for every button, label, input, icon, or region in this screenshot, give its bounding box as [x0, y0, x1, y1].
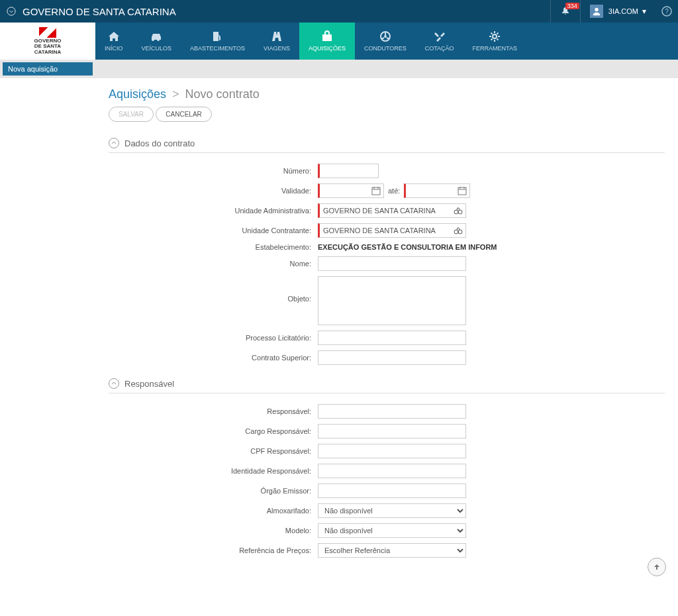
bag-icon [321, 30, 333, 42]
label-contrato-sup: Contrato Superior: [109, 354, 318, 362]
label-validade: Validade: [109, 187, 318, 195]
tab-aquisicoes[interactable]: AQUISIÇÕES [299, 23, 355, 60]
svg-point-0 [7, 7, 15, 15]
referencia-precos-select[interactable]: Escolher Referência [318, 543, 466, 558]
logo: GOVERNO DE SANTA CATARINA [0, 23, 95, 60]
main-nav: INÍCIO VEÍCULOS ABASTECIMENTOS VIAGENS A… [95, 23, 678, 60]
flag-icon [39, 27, 56, 38]
identidade-input[interactable] [318, 464, 466, 478]
binoculars-icon [454, 206, 463, 217]
label-processo-lic: Processo Licitatório: [109, 334, 318, 342]
scroll-top-button[interactable] [648, 558, 666, 576]
svg-rect-7 [372, 187, 380, 195]
label-nome: Nome: [109, 260, 318, 268]
section-dados-contrato[interactable]: Dados do contrato [109, 134, 665, 153]
breadcrumb-current: Novo contrato [185, 87, 260, 101]
label-responsavel: Responsável: [109, 407, 318, 415]
label-orgao: Órgão Emissor: [109, 487, 318, 495]
numero-input[interactable] [318, 164, 379, 178]
label-numero: Número: [109, 167, 318, 175]
unidade-con-lookup[interactable]: GOVERNO DE SANTA CATARINA [318, 223, 466, 238]
user-label: 3IA.COM [608, 7, 638, 15]
home-icon [107, 30, 121, 42]
breadcrumb-root[interactable]: Aquisições [109, 87, 166, 101]
top-bar: GOVERNO DE SANTA CATARINA 334 3IA.COM ▾ … [0, 0, 678, 23]
nome-input[interactable] [318, 256, 466, 271]
arrow-up-icon [652, 562, 661, 572]
contrato-sup-input[interactable] [318, 350, 466, 365]
calendar-icon [458, 186, 467, 197]
svg-point-12 [458, 230, 462, 234]
orgao-input[interactable] [318, 484, 466, 498]
cargo-input[interactable] [318, 424, 466, 438]
notifications-button[interactable]: 334 [550, 0, 580, 23]
gear-icon [489, 30, 501, 42]
save-button: SALVAR [109, 107, 154, 122]
tab-viagens[interactable]: VIAGENS [254, 23, 299, 60]
org-dropdown-icon[interactable] [0, 7, 23, 16]
avatar-icon [590, 5, 603, 18]
svg-text:?: ? [665, 8, 669, 15]
tools-icon [434, 30, 446, 42]
org-title: GOVERNO DE SANTA CATARINA [23, 6, 550, 17]
label-ate: até: [388, 187, 400, 195]
svg-rect-8 [458, 187, 466, 195]
tab-ferramentas[interactable]: FERRAMENTAS [463, 23, 526, 60]
unidade-adm-lookup[interactable]: GOVERNO DE SANTA CATARINA [318, 203, 466, 218]
svg-point-5 [384, 35, 387, 38]
validade-fim-input[interactable] [404, 183, 470, 198]
breadcrumb: Aquisições > Novo contrato [109, 87, 665, 101]
modelo-select[interactable]: Não disponível [318, 523, 466, 538]
label-identidade: Identidade Responsável: [109, 467, 318, 475]
objeto-textarea[interactable] [318, 276, 466, 325]
label-unidade-adm: Unidade Administrativa: [109, 207, 318, 215]
svg-point-10 [458, 210, 462, 214]
sidebar-item-nova-aquisicao[interactable]: Nova aquisição [3, 62, 93, 76]
cancel-button[interactable]: CANCELAR [156, 107, 211, 122]
tab-condutores[interactable]: CONDUTORES [355, 23, 416, 60]
help-button[interactable]: ? [655, 6, 678, 17]
caret-down-icon: ▾ [642, 7, 646, 16]
calendar-icon [371, 186, 381, 197]
estabelecimento-value: EXECUÇÃO GESTÃO E CONSULTORIA EM INFORM [318, 243, 497, 251]
validade-inicio-input[interactable] [318, 183, 384, 198]
tab-veiculos[interactable]: VEÍCULOS [132, 23, 181, 60]
sidebar: GOVERNO DE SANTA CATARINA Nova aquisição [0, 23, 95, 78]
almoxarifado-select[interactable]: Não disponível [318, 503, 466, 518]
responsavel-input[interactable] [318, 404, 466, 419]
fuel-icon [211, 30, 223, 42]
collapse-icon [109, 138, 119, 148]
svg-point-1 [595, 8, 598, 11]
svg-point-11 [454, 230, 458, 234]
car-icon [149, 30, 164, 42]
section-responsavel[interactable]: Responsável [109, 374, 665, 393]
tab-cotacao[interactable]: COTAÇÃO [416, 23, 463, 60]
tab-abastecimentos[interactable]: ABASTECIMENTOS [181, 23, 254, 60]
label-cpf: CPF Responsável: [109, 447, 318, 455]
processo-lic-input[interactable] [318, 331, 466, 345]
road-icon [271, 30, 283, 42]
label-cargo: Cargo Responsável: [109, 427, 318, 435]
tab-inicio[interactable]: INÍCIO [95, 23, 132, 60]
binoculars-icon [454, 226, 463, 236]
user-menu[interactable]: 3IA.COM ▾ [580, 0, 655, 23]
cpf-input[interactable] [318, 444, 466, 458]
label-almoxarifado: Almoxarifado: [109, 507, 318, 515]
notif-badge: 334 [565, 3, 579, 9]
svg-point-6 [493, 34, 497, 38]
wheel-icon [379, 30, 391, 42]
label-unidade-con: Unidade Contratante: [109, 227, 318, 234]
label-referencia-precos: Referência de Preços: [109, 546, 318, 554]
svg-point-9 [454, 210, 458, 214]
collapse-icon [109, 378, 119, 389]
label-estabelecimento: Estabelecimento: [109, 243, 318, 251]
label-objeto: Objeto: [109, 276, 318, 303]
label-modelo: Modelo: [109, 527, 318, 535]
